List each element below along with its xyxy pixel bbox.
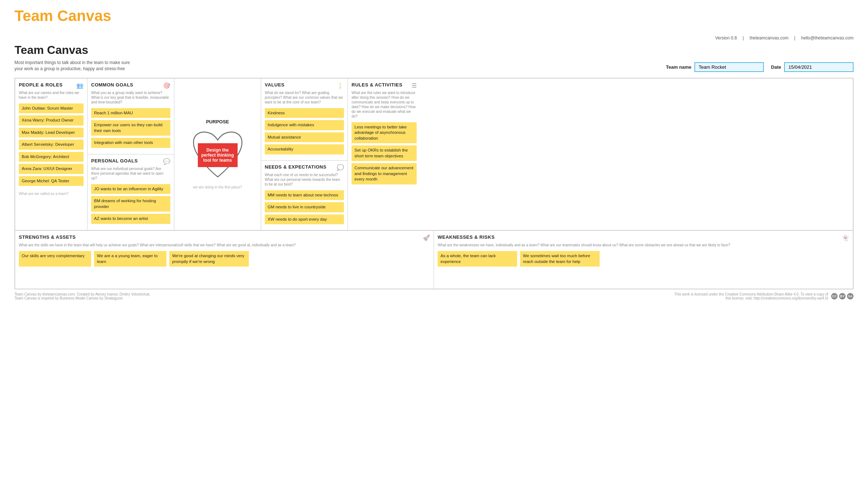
ghost-icon2: 👻 <box>842 234 849 241</box>
bubble-icon: 💭 <box>337 164 344 171</box>
needs-expectations-section: NEEDS & EXPECTATIONS 💭 What each one of … <box>261 161 348 230</box>
purpose-doing: we are doing in the first place? <box>193 185 242 189</box>
ra-title: RULES & ACTIVITIES <box>352 82 403 88</box>
sa-i2: We're good at changing our minds very pr… <box>169 251 249 267</box>
v-v4: Accountability <box>265 144 344 154</box>
purpose-text: Design the perfect thinking tool for tea… <box>198 143 238 167</box>
pg-g1: JO wants to be an influencer in Agility <box>91 184 170 194</box>
canvas-subtitle: Most important things to talk about in t… <box>14 60 137 72</box>
cc-icons: CC BY SA <box>831 293 854 300</box>
cg-g3: Integration with main other tools <box>91 138 170 148</box>
footer-right: This work is licensed under the Creative… <box>673 292 828 300</box>
personal-goals-section: PERSONAL GOALS 💬 What are our individual… <box>88 154 174 230</box>
ne-desc: What each one of us needs to be successf… <box>265 173 344 187</box>
pr-m7: George Michel: QA Tester <box>19 176 84 186</box>
wr-i1: As a whole, the team can lack experience <box>438 251 517 267</box>
ne-i2: GM needs to live in countryside <box>265 202 344 212</box>
meta-separator2: | <box>794 35 795 41</box>
cg-g2: Empower our users so they can build thei… <box>91 120 170 136</box>
sa-i3: We are a a young team, eager to learn <box>94 251 166 267</box>
footer-text2: Team Canvas is inspired by Business Mode… <box>14 296 150 300</box>
pr-m2: Xena Warry: Product Owner <box>19 115 84 126</box>
v-v1: Kindness <box>265 108 344 118</box>
people-roles-section: PEOPLE & ROLES 👥 What are our names and … <box>15 78 88 230</box>
people-icon2: 👥 <box>76 82 84 89</box>
chat-icon: 💬 <box>163 158 170 165</box>
pr-m6: Anna Zara: UX/UI Designer <box>19 164 84 174</box>
pr-desc: What are our names and the roles we have… <box>19 90 84 100</box>
goals-personal-col: COMMON GOALS 🎯 What you as a group reall… <box>88 78 174 230</box>
bottom-section: STRENGTHS & ASSETS 🚀 What are the skills… <box>15 231 853 289</box>
rules-activities-section: RULES & ACTIVITIES ☰ What are the rules … <box>348 78 420 230</box>
sa-icon: SA <box>847 293 854 300</box>
pr-title: PEOPLE & ROLES <box>19 82 63 88</box>
v-v3: Mutual assistance <box>265 132 344 143</box>
values-section: VALUES 🕯️ What do we stand for? What are… <box>261 78 348 161</box>
v-v2: Indulgence with mistakes <box>265 120 344 130</box>
canvas-title: Team Canvas <box>14 43 137 57</box>
v-desc: What do we stand for? What are guiding p… <box>265 90 344 105</box>
sa-i1: Our skills are very complementary <box>19 251 91 267</box>
page-title: Team Canvas <box>14 7 854 25</box>
pr-m4: Albert Servietsky: Developer <box>19 140 84 150</box>
weaknesses-section: WEAKNESSES & RISKS 👻 What are the weakne… <box>434 231 853 289</box>
purpose-title2: PURPOSE <box>206 119 229 124</box>
top-section: PEOPLE & ROLES 👥 What are our names and … <box>15 78 853 231</box>
common-goals-section: COMMON GOALS 🎯 What you as a group reall… <box>88 78 174 154</box>
footer-text1: Team Canvas by theteamcanvas.com. Create… <box>14 292 150 296</box>
ne-i1: MM needs to learn about new technos <box>265 190 344 200</box>
meta-email: hello@theteamcanvas.com <box>801 35 854 41</box>
pr-m5: Bob McGregory: Architect <box>19 152 84 162</box>
team-name-input[interactable] <box>694 62 764 72</box>
target-icon2: 🎯 <box>163 82 170 89</box>
wr-desc: What are the weaknesses we have, individ… <box>438 243 849 247</box>
wr-i2: We sometimes wait too much before reach … <box>520 251 600 267</box>
wr-title: WEAKNESSES & RISKS <box>438 234 495 240</box>
ra-i1: Less meetings to better take advantage o… <box>352 122 417 144</box>
pg-title: PERSONAL GOALS <box>91 158 138 163</box>
checklist-icon: ☰ <box>412 82 417 89</box>
footer: Team Canvas by theteamcanvas.com. Create… <box>14 292 854 300</box>
sa-desc: What are the skills we have in the team … <box>19 243 430 247</box>
ra-i2: Set up OKRs to establish the short term … <box>352 145 417 161</box>
cg-g1: Reach 1 million MAU <box>91 108 170 118</box>
sa-title: STRENGTHS & ASSETS <box>19 234 76 240</box>
rocket-icon2: 🚀 <box>423 234 430 241</box>
strengths-section: STRENGTHS & ASSETS 🚀 What are the skills… <box>15 231 434 289</box>
candle-icon: 🕯️ <box>337 82 344 89</box>
pg-g3: AZ wants to become an artist <box>91 214 170 224</box>
purpose-section: PURPOSE Design the perfect thinking tool… <box>174 78 261 230</box>
date-input[interactable] <box>784 62 854 72</box>
pr-m1: John Outlaw: Scrum Master <box>19 103 84 114</box>
v-title: VALUES <box>265 82 285 88</box>
cc-icon: CC <box>831 293 838 300</box>
ne-title: NEEDS & EXPECTATIONS <box>265 164 327 170</box>
meta-separator: | <box>743 35 744 41</box>
ne-i3: XW needs to do sport every day <box>265 214 344 225</box>
team-prompt: What are we called as a team? <box>19 192 84 196</box>
pr-m3: Max Maddy: Lead Developer <box>19 128 84 138</box>
pg-desc: What are our individual personal goals? … <box>91 166 170 180</box>
ra-desc: What are the rules we want to introduce … <box>352 90 417 119</box>
meta-version: Version 0.8 <box>715 35 737 41</box>
pg-g2: BM dreams of working for hosting provide… <box>91 196 170 212</box>
meta-website: theteamcanvas.com <box>750 35 788 41</box>
cg-title: COMMON GOALS <box>91 82 133 88</box>
ra-i3: Communicate our advancement and findings… <box>352 163 417 184</box>
team-name-label: Team name <box>666 64 692 70</box>
by-icon: BY <box>839 293 846 300</box>
values-needs-col: VALUES 🕯️ What do we stand for? What are… <box>261 78 348 230</box>
cg-desc: What you as a group really want to achie… <box>91 90 170 105</box>
date-label: Date <box>771 64 781 70</box>
